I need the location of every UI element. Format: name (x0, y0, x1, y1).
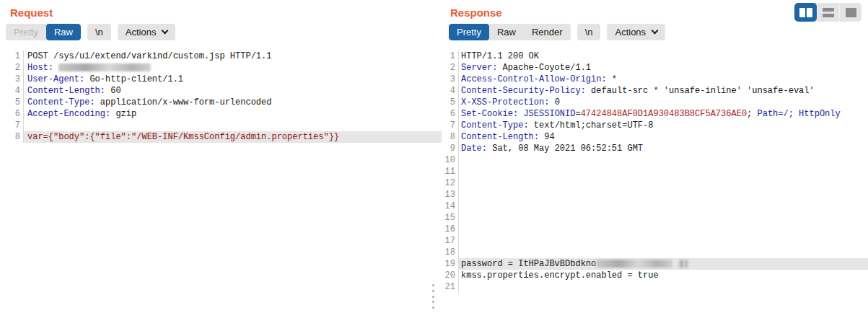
code-token: password = ItHPaJBvBDbdkno (461, 259, 596, 269)
code-token: Sat, 08 May 2021 06:52:51 GMT (492, 144, 643, 154)
response-panel: Response Pretty Raw Render \n Actions 1H… (444, 0, 868, 326)
code-line[interactable]: 1POST /sys/ui/extend/varkind/custom.jsp … (0, 50, 442, 62)
columns-icon (799, 8, 805, 17)
code-line-content (459, 201, 868, 212)
code-token: User-Agent: (27, 74, 89, 84)
code-line[interactable]: 4Content-Length: 60 (0, 85, 442, 97)
request-tabbar: Pretty Raw \n Actions (6, 24, 442, 40)
code-line-content: POST /sys/ui/extend/varkind/custom.jsp H… (24, 50, 442, 62)
line-number: 6 (0, 108, 24, 120)
line-number: 4 (0, 85, 24, 97)
newline-toggle-button[interactable]: \n (87, 24, 111, 40)
code-line[interactable]: 6Set-Cookie: JSESSIONID=47424848AF0D1A93… (444, 108, 868, 120)
layout-columns-button[interactable] (794, 3, 817, 22)
code-line[interactable]: 13 (444, 189, 868, 201)
splitter-handle[interactable] (431, 284, 435, 309)
code-line-content: kmss.properties.encrypt.enabled = true (459, 270, 868, 281)
line-number: 20 (444, 270, 459, 281)
tab-raw[interactable]: Raw (46, 24, 81, 40)
code-line[interactable]: 3Access-Control-Allow-Origin: * (444, 74, 868, 85)
code-line[interactable]: 21 (444, 281, 868, 293)
line-number: 5 (0, 97, 24, 108)
code-line[interactable]: 19password = ItHPaJBvBDbdkno (444, 258, 868, 270)
code-token: var={"body":{"file":"/WEB-INF/KmssConfig… (27, 132, 339, 142)
code-token: Access-Control-Allow-Origin: (461, 74, 612, 84)
code-line[interactable]: 7Content-Type: text/html;charset=UTF-8 (444, 120, 868, 131)
code-token: default-src * 'unsafe-inline' 'unsafe-ev… (591, 86, 815, 96)
tab-raw[interactable]: Raw (489, 24, 524, 40)
code-token: Go-http-client/1.1 (89, 74, 183, 84)
line-number: 8 (444, 131, 459, 143)
code-line-content: Access-Control-Allow-Origin: * (459, 74, 868, 85)
code-line[interactable]: 2Server: Apache-Coyote/1.1 (444, 62, 868, 74)
code-token: 0 (555, 97, 560, 107)
code-line[interactable]: 8var={"body":{"file":"/WEB-INF/KmssConfi… (0, 131, 442, 143)
tab-render[interactable]: Render (524, 24, 571, 40)
redacted-password-tail-blur (679, 260, 688, 268)
code-line[interactable]: 2Host: (0, 62, 442, 74)
code-line-content (459, 281, 868, 293)
code-line[interactable]: 9Date: Sat, 08 May 2021 06:52:51 GMT (444, 143, 868, 154)
line-number: 19 (444, 258, 459, 270)
code-token: Set-Cookie: (461, 109, 523, 119)
code-line-content (459, 224, 868, 235)
line-number: 2 (0, 62, 24, 74)
code-token: Path=/; HttpOnly (757, 109, 840, 119)
code-line-content (24, 120, 442, 131)
code-token: Apache-Coyote/1.1 (503, 63, 591, 73)
code-line[interactable]: 3User-Agent: Go-http-client/1.1 (0, 74, 442, 85)
line-number: 3 (444, 74, 459, 85)
actions-button[interactable]: Actions (607, 24, 665, 40)
code-token: HTTP/1.1 200 OK (461, 51, 539, 61)
code-line-content: Server: Apache-Coyote/1.1 (459, 62, 868, 74)
response-tabbar: Pretty Raw Render \n Actions (449, 24, 868, 40)
code-line-content (459, 247, 868, 258)
code-line[interactable]: 8Content-Length: 94 (444, 131, 868, 143)
code-line[interactable]: 14 (444, 201, 868, 212)
code-line[interactable]: 1HTTP/1.1 200 OK (444, 50, 868, 62)
code-line[interactable]: 11 (444, 166, 868, 177)
code-token: Date: (461, 144, 492, 154)
code-line[interactable]: 10 (444, 154, 868, 166)
code-line[interactable]: 12 (444, 177, 868, 189)
code-token: POST /sys/ui/extend/varkind/custom.jsp H… (27, 51, 271, 61)
code-token: * (612, 74, 617, 84)
single-pane-icon (846, 8, 856, 17)
line-number: 1 (0, 50, 24, 62)
layout-single-button[interactable] (839, 3, 862, 22)
code-line[interactable]: 18 (444, 247, 868, 258)
layout-rows-button[interactable] (817, 3, 839, 22)
code-line-content (459, 177, 868, 189)
code-line[interactable]: 17 (444, 235, 868, 247)
code-line[interactable]: 6Accept-Encoding: gzip (0, 108, 442, 120)
response-view-tabs: Pretty Raw Render (449, 24, 571, 40)
code-line[interactable]: 20kmss.properties.encrypt.enabled = true (444, 270, 868, 281)
code-token: 47424848AF0D1A930483B8CF5A736AE0 (581, 109, 747, 119)
code-token: gzip (115, 109, 136, 119)
code-line-content: Content-Length: 94 (459, 131, 868, 143)
code-token: 60 (110, 86, 120, 96)
code-line-content (459, 189, 868, 201)
line-number: 21 (444, 281, 459, 293)
line-number: 7 (0, 120, 24, 131)
code-line[interactable]: 7 (0, 120, 442, 131)
line-number: 15 (444, 212, 459, 224)
tab-pretty[interactable]: Pretty (6, 24, 46, 40)
response-editor[interactable]: 1HTTP/1.1 200 OK2Server: Apache-Coyote/1… (444, 50, 868, 326)
line-number: 7 (444, 120, 459, 131)
code-line[interactable]: 16 (444, 224, 868, 235)
tab-pretty[interactable]: Pretty (449, 24, 489, 40)
redacted-password-blur (596, 260, 672, 268)
line-number: 6 (444, 108, 459, 120)
request-editor[interactable]: 1POST /sys/ui/extend/varkind/custom.jsp … (0, 50, 442, 326)
code-line[interactable]: 5X-XSS-Protection: 0 (444, 97, 868, 108)
code-line-content: password = ItHPaJBvBDbdkno (459, 258, 868, 270)
actions-button[interactable]: Actions (118, 24, 176, 40)
code-line[interactable]: 15 (444, 212, 868, 224)
code-line[interactable]: 4Content-Security-Policy: default-src * … (444, 85, 868, 97)
code-token: Content-Length: (461, 132, 544, 142)
line-number: 16 (444, 224, 459, 235)
newline-toggle-button[interactable]: \n (577, 24, 601, 40)
code-line[interactable]: 5Content-Type: application/x-www-form-ur… (0, 97, 442, 108)
chevron-down-icon (652, 27, 659, 35)
